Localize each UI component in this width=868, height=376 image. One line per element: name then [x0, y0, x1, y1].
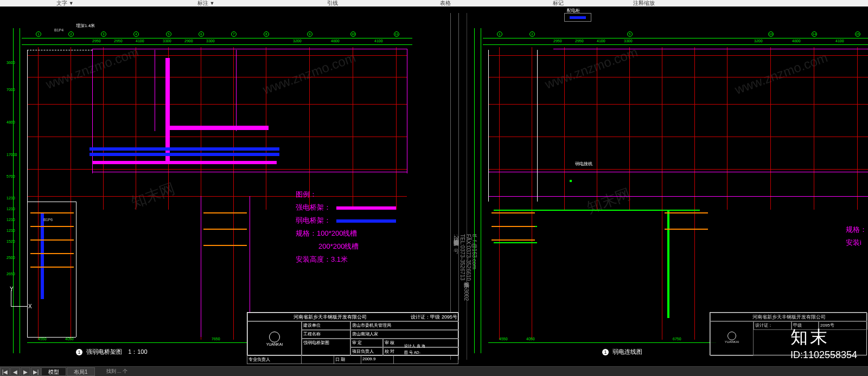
tab-model[interactable]: 模型	[41, 367, 66, 376]
tb-logo: YUANKAI	[247, 321, 302, 356]
dim-value: 1230	[7, 229, 15, 232]
tb-sheet-name: 强弱电桥架图	[302, 339, 350, 356]
grid-line	[27, 169, 407, 170]
fixture	[665, 212, 708, 213]
tab-last-button[interactable]: ▶|	[31, 367, 41, 376]
chevron-down-icon: ▼	[69, 1, 74, 6]
top-menu-bar: 文字 ▼ 标注 ▼ 引线 表格 标记 注释缩放	[0, 0, 868, 7]
grid-line	[27, 137, 407, 137]
tab-layout1[interactable]: 布局1	[67, 367, 95, 376]
dim-value: 3200	[293, 39, 302, 43]
tb-client: 唐山市委机关管理局	[350, 321, 459, 330]
dim-value: 5700	[7, 174, 15, 178]
dim-value: 4100	[374, 39, 383, 43]
tab-prev-button[interactable]: ◀	[10, 367, 20, 376]
grid-line	[564, 47, 565, 210]
drawing-right-plan: 配电柜 2950 2950 4100 3300 3200 4800 4100	[467, 12, 868, 359]
grid-line	[353, 47, 353, 210]
weak-wire	[494, 242, 537, 243]
dim-value: 2950	[114, 39, 123, 43]
dim-value: 2500	[7, 256, 15, 260]
axis-label: 1	[36, 31, 41, 37]
status-text: 找到 ... 个	[106, 368, 128, 375]
dim-value: 3600	[7, 61, 15, 64]
room-label: B1P6	[43, 218, 53, 222]
ucs-x-axis	[11, 306, 27, 307]
grid-line	[136, 47, 136, 210]
axis-label: 7	[231, 31, 237, 37]
tb-client-label: 建设单位	[302, 321, 350, 330]
dim-value: 4050	[526, 337, 535, 341]
dim-value: 2900	[184, 39, 193, 43]
dim-value: 4550	[38, 337, 47, 341]
grid-line	[309, 47, 310, 210]
tb-company: 河南省新乡天丰钢板开发有限公司 设计证：甲级 2095号	[247, 313, 459, 321]
dim-value: 3300	[206, 39, 215, 43]
dim-value: 1230	[7, 196, 15, 200]
cad-canvas[interactable]: www.znzmo.com www.znzmo.com www.znzmo.co…	[0, 7, 868, 366]
depth-label: 埋深1.4米	[76, 23, 95, 29]
tb-examine: 审 定	[350, 339, 383, 347]
dim-value: 2650	[7, 272, 15, 276]
axis-label: 3	[101, 31, 106, 37]
room-label: B1P4	[54, 28, 63, 32]
fixture	[203, 229, 247, 230]
wall-line	[236, 50, 237, 131]
fixture	[203, 212, 247, 213]
dim-line	[483, 44, 868, 45]
strong-cable-tray	[165, 126, 269, 130]
dim-line	[22, 44, 412, 45]
tb-project: 唐山南湖人家	[350, 330, 459, 339]
grid-line	[233, 47, 234, 340]
wall-line	[488, 172, 868, 172]
legend-title: 图例：	[296, 188, 396, 201]
ucs-y-label: Y	[10, 286, 14, 292]
brand-logo: 知末	[790, 326, 857, 349]
fixture	[665, 229, 708, 230]
dim-value: 17000	[7, 153, 17, 157]
grid-line	[27, 104, 407, 105]
logo-icon	[727, 332, 736, 340]
legend-spec2-row: 200*200线槽	[296, 240, 396, 253]
title-block-left: 河南省新乡天丰钢板开发有限公司 设计证：甲级 2095号 YUANKAI 建设单…	[247, 312, 458, 355]
bottom-tab-bar: |◀ ◀ ▶ ▶| 模型 布局1 找到 ... 个	[0, 366, 868, 376]
weak-conn-label: 弱电接线	[575, 161, 592, 167]
tab-first-button[interactable]: |◀	[0, 367, 10, 376]
fixture	[203, 245, 247, 246]
grid-line	[499, 47, 500, 340]
grid-line	[71, 47, 71, 340]
wall-line	[27, 50, 92, 50]
wall-line	[155, 50, 155, 131]
dim-value: 3200	[754, 39, 763, 43]
axis-label: 15	[855, 31, 860, 37]
wall-line	[407, 49, 407, 173]
dim-value: 1230	[7, 207, 15, 211]
fixture	[30, 253, 74, 254]
grid-line	[488, 169, 868, 170]
wall-line	[27, 202, 76, 202]
fixture	[492, 239, 535, 241]
grid-line	[488, 55, 868, 56]
dim-value: 6750	[673, 337, 681, 341]
dim-value: 7650	[212, 337, 220, 341]
legend-strong-row: 强电桥架：	[296, 201, 396, 214]
legend-weak-row: 弱电桥架：	[296, 214, 396, 227]
dim-value: 4050	[65, 337, 74, 341]
dim-value: 7000	[7, 88, 15, 92]
wall-line	[553, 49, 868, 49]
wall-line	[92, 49, 407, 49]
dim-line	[474, 28, 475, 353]
junction	[570, 180, 572, 182]
axis-label: 1	[497, 31, 502, 37]
grid-line	[727, 47, 727, 210]
dim-value: 3300	[624, 39, 633, 43]
fixture	[30, 267, 74, 268]
dim-value: 4100	[597, 39, 605, 43]
dim-line	[27, 342, 255, 343]
axis-label: 10	[350, 31, 356, 37]
fixture	[30, 212, 74, 213]
tab-next-button[interactable]: ▶	[21, 367, 30, 376]
weak-cable-tray	[90, 147, 279, 151]
legend-block: 图例： 强电桥架： 弱电桥架： 规格：100*200线槽 200*200线槽 安…	[296, 188, 396, 266]
grid-line	[396, 47, 397, 210]
